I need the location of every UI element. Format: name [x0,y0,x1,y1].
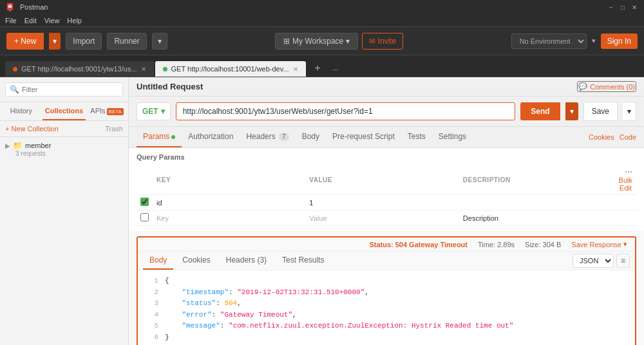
workspace-label: My Workspace [292,37,343,46]
send-dropdown-button[interactable]: ▾ [565,102,578,120]
runner-button[interactable]: Runner [107,33,146,50]
req-tab-headers[interactable]: Headers 7 [240,127,295,147]
extra-tools-button[interactable]: ▾ [152,33,167,50]
param-1-desc[interactable] [459,195,615,210]
param-2-value[interactable]: Value [305,210,459,226]
status-label: Status: 504 Gateway Timeout [369,241,468,248]
save-response-button[interactable]: Save Response ▾ [571,240,627,248]
import-button[interactable]: Import [66,33,102,50]
top-toolbar: + New ▾ Import Runner ▾ ⊞ My Workspace ▾… [0,27,644,55]
response-line-2: 2 "timestamp": "2019-12-02T13:32:31.510+… [146,287,627,299]
collection-name: member [25,142,51,149]
sidebar-tab-apis[interactable]: APIsBETA [86,102,128,120]
comments-button[interactable]: 💬 Comments (0) [577,81,636,92]
query-params-section: Query Params KEY VALUE DESCRIPTION ··· B… [129,148,644,231]
menu-edit[interactable]: Edit [24,17,37,24]
new-dropdown-button[interactable]: ▾ [49,33,61,50]
sidebar-tabs: History Collections APIsBETA [0,102,128,121]
param-1-value[interactable]: 1 [305,195,459,210]
request-title-bar: Untitled Request 💬 Comments (0) [129,77,644,97]
tab-2[interactable]: GET http://localhost:10001/web-dev... ✕ [155,61,306,77]
res-tab-headers[interactable]: Headers (3) [220,252,273,270]
close-button[interactable]: ✕ [630,3,639,12]
tab-1[interactable]: GET http://localhost:9001/ytw13/us... ✕ [5,61,154,77]
tab-1-dot [13,67,17,71]
req-tab-params[interactable]: Params [137,127,182,147]
method-select[interactable]: GET ▾ [137,102,171,120]
menu-help[interactable]: Help [67,17,82,24]
tabs-bar: GET http://localhost:9001/ytw13/us... ✕ … [0,55,644,77]
key-column-header: KEY [153,165,305,195]
new-button[interactable]: + New [6,33,44,50]
env-chevron: ▾ [592,37,596,45]
environment-select[interactable]: No Environment [511,33,587,49]
req-tab-authorization[interactable]: Authorization [182,127,240,147]
search-icon: 🔍 [10,85,19,94]
tab-1-close[interactable]: ✕ [141,66,146,73]
req-tab-body[interactable]: Body [296,127,326,147]
signin-button[interactable]: Sign In [601,33,638,49]
sidebar-tab-history[interactable]: History [0,102,43,120]
req-tab-tests[interactable]: Tests [401,127,432,147]
res-tab-body[interactable]: Body [143,252,173,270]
sidebar-tab-collections[interactable]: Collections [43,102,86,120]
response-line-5: 5 "message": "com.netflix.zuul.exception… [146,321,627,332]
workspace-button[interactable]: ⊞ My Workspace ▾ [275,33,358,50]
format-pretty-btn[interactable]: ≡ [616,254,630,268]
param-row-1: id 1 [137,195,636,210]
new-tab-button[interactable]: + [310,60,326,77]
invite-button[interactable]: ✉ Invite [362,33,403,50]
save-button[interactable]: Save [583,102,618,121]
cookies-link[interactable]: Cookies [589,133,614,141]
res-tab-cookies[interactable]: Cookies [176,252,216,270]
tab-2-close[interactable]: ✕ [293,66,298,73]
collection-member[interactable]: ▶ 📁 member 3 requests [0,137,128,161]
param-1-checkbox[interactable] [140,198,149,206]
response-status-bar: Status: 504 Gateway Timeout Time: 2.89s … [138,238,635,252]
tab-2-label: GET http://localhost:10001/web-dev... [171,65,289,73]
trash-button[interactable]: Trash [105,125,123,133]
req-tab-settings[interactable]: Settings [432,127,473,147]
format-select[interactable]: JSON XML HTML Text [573,254,614,268]
menu-file[interactable]: File [5,17,17,24]
bulk-edit-button[interactable]: Bulk Edit [619,176,632,192]
param-2-desc[interactable]: Description [459,210,615,226]
comment-icon: 💬 [578,82,587,91]
size-label: Size: 304 B [525,241,561,248]
tabs-more-button[interactable]: ··· [327,62,344,77]
response-line-1: 1{ [146,275,627,287]
param-2-checkbox[interactable] [140,213,149,221]
signin-area: No Environment ▾ Sign In [511,33,638,49]
url-bar: GET ▾ Send ▾ Save ▾ [129,97,644,127]
response-body: 1{ 2 "timestamp": "2019-12-02T13:32:31.5… [138,270,635,345]
params-more-button[interactable]: ··· [625,167,632,176]
sidebar: 🔍 History Collections APIsBETA + New Col… [0,77,129,345]
req-tab-prerequest[interactable]: Pre-request Script [326,127,401,147]
res-tab-test-results[interactable]: Test Results [276,252,330,270]
minimize-button[interactable]: − [607,3,616,12]
beta-badge: BETA [107,108,124,115]
app-icon: 📮 [5,3,15,12]
save-dropdown-button[interactable]: ▾ [623,102,636,121]
query-params-title: Query Params [137,153,636,161]
tab-1-label: GET http://localhost:9001/ytw13/us... [21,65,137,73]
new-collection-button[interactable]: + New Collection [5,125,59,133]
response-line-6: 6} [146,332,627,344]
code-link[interactable]: Code [620,133,636,141]
response-line-4: 4 "error": "Gateway Timeout", [146,310,627,321]
method-chevron: ▾ [161,107,165,116]
param-2-key[interactable]: Key [153,210,305,226]
send-button[interactable]: Send [520,102,560,120]
response-tabs: Body Cookies Headers (3) Test Results JS… [138,252,635,270]
request-title: Untitled Request [137,82,203,91]
param-1-key[interactable]: id [153,195,305,210]
folder-icon: 📁 [13,141,23,150]
url-input[interactable] [176,102,516,120]
menu-bar: File Edit View Help [0,14,644,27]
params-table: KEY VALUE DESCRIPTION ··· Bulk Edit id 1 [137,165,636,226]
search-input[interactable] [22,86,118,93]
main-area: 🔍 History Collections APIsBETA + New Col… [0,77,644,345]
menu-view[interactable]: View [44,17,60,24]
maximize-button[interactable]: □ [618,3,627,12]
param-row-2: Key Value Description [137,210,636,226]
